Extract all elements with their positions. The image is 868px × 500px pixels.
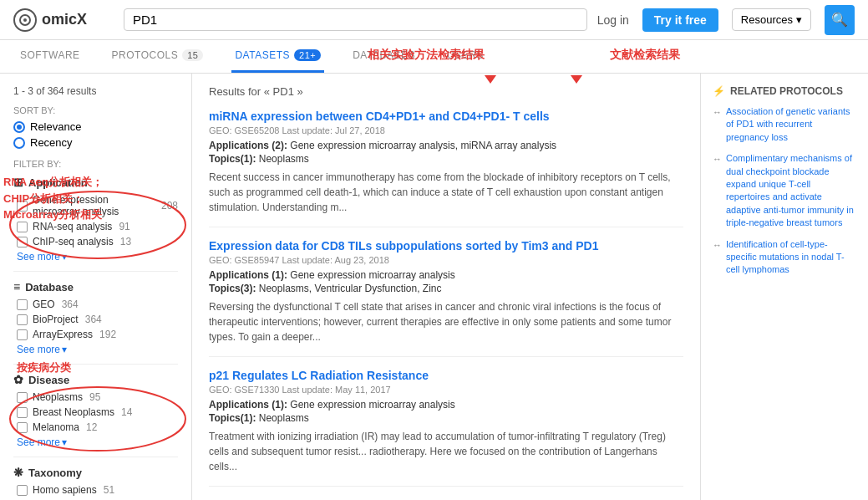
database-label: Database — [25, 281, 74, 293]
search-button[interactable]: 🔍 — [825, 5, 855, 35]
header-nav: Log in Try it free Resources ▾ 🔍 — [597, 5, 855, 35]
see-more-database[interactable]: See more ▾ — [17, 344, 178, 355]
filter-rnaseq[interactable]: RNA-seq analysis 91 — [17, 221, 178, 232]
header: omicX Log in Try it free Resources ▾ 🔍 — [0, 0, 868, 40]
left-panel: 1 - 3 of 364 results SORT BY: Relevance … — [0, 74, 192, 500]
filter-bioproject[interactable]: BioProject 364 — [17, 314, 178, 325]
filter-by-label: FILTER BY: — [13, 159, 178, 169]
tab-datasets[interactable]: DATASETS 21+ — [231, 40, 324, 73]
filter-bioproject-label: BioProject — [33, 314, 79, 325]
tabs-bar: SOFTWARE PROTOCOLS 15 DATASETS 21+ DATAB… — [0, 40, 868, 74]
database-group: ≡ Database GEO 364 BioProject 364 — [13, 280, 178, 355]
related-protocols-title: ⚡ RELATED PROTOCOLS — [713, 85, 856, 97]
application-group: ⊞ Application Gene expression microarray… — [13, 176, 178, 263]
tab-protocols-label: PROTOCOLS — [112, 49, 179, 61]
tab-software[interactable]: SOFTWARE — [17, 40, 84, 73]
result-title-3[interactable]: p21 Regulates LC Radiation Resistance — [209, 369, 683, 382]
filter-geo-count: 364 — [62, 298, 79, 310]
application-label: Application — [28, 176, 88, 189]
filter-melanoma[interactable]: Melanoma 12 — [17, 421, 178, 433]
sort-relevance-label: Relevance — [30, 120, 81, 133]
result-applications-2: Applications (1): Gene expression microa… — [209, 269, 683, 281]
checkbox-bioproject[interactable] — [17, 314, 28, 325]
right-panel: ⚡ RELATED PROTOCOLS ↔ Association of gen… — [701, 74, 868, 500]
filter-chipseq[interactable]: ChIP-seq analysis 13 — [17, 236, 178, 247]
result-meta-3: GEO: GSE71330 Last update: May 11, 2017 — [209, 385, 683, 395]
result-applications-value-1: Gene expression microarray analysis, miR… — [290, 140, 556, 151]
result-title-1[interactable]: miRNA expression between CD4+PD1+ and CD… — [209, 110, 683, 123]
radio-relevance-dot — [13, 121, 25, 133]
result-topics-value-3: Neoplasms — [259, 412, 309, 424]
related-item-1-text: Association of genetic variants of PD1 w… — [726, 105, 856, 144]
disease-icon: ✿ — [13, 373, 23, 386]
checkbox-gene-expression[interactable] — [17, 201, 28, 212]
try-free-button[interactable]: Try it free — [642, 8, 718, 32]
filter-breast-neoplasms-label: Breast Neoplasms — [33, 406, 114, 418]
see-more-disease[interactable]: See more ▾ — [17, 436, 178, 448]
taxonomy-title: ❋ Taxonomy — [13, 466, 178, 479]
filter-arrayexpress[interactable]: ArrayExpress 192 — [17, 329, 178, 340]
disease-label: Disease — [28, 374, 69, 386]
see-more-disease-label: See more — [17, 436, 60, 448]
filter-neoplasms[interactable]: Neoplasms 95 — [17, 391, 178, 403]
link-icon-3: ↔ — [713, 239, 722, 252]
result-topics-1: Topics(1): Neoplasms — [209, 153, 683, 165]
checkbox-chipseq[interactable] — [17, 237, 28, 247]
sort-recency[interactable]: Recency — [13, 136, 178, 149]
filter-neoplasms-count: 95 — [89, 391, 100, 403]
filter-geo-label: GEO — [33, 298, 55, 310]
result-topics-2: Topics(3): Neoplasms, Ventricular Dysfun… — [209, 283, 683, 294]
filter-homo-sapiens-count: 51 — [104, 484, 114, 496]
filter-melanoma-count: 12 — [86, 421, 97, 433]
checkbox-neoplasms[interactable] — [17, 392, 28, 403]
search-bar[interactable] — [124, 8, 587, 31]
filter-gene-expression-count: 208 — [161, 200, 178, 212]
related-item-3[interactable]: ↔ Identification of cell-type-specific m… — [713, 238, 856, 277]
checkbox-rnaseq[interactable] — [17, 222, 28, 232]
checkbox-breast-neoplasms[interactable] — [17, 407, 28, 418]
tab-databases[interactable]: DATABASES — [349, 40, 419, 73]
application-icon: ⊞ — [13, 176, 23, 189]
chevron-down-database: ▾ — [62, 344, 67, 355]
filter-neoplasms-label: Neoplasms — [33, 391, 83, 403]
login-link[interactable]: Log in — [597, 13, 629, 27]
result-topics-3: Topics(1): Neoplasms — [209, 412, 683, 424]
filter-rnaseq-label: RNA-seq analysis — [33, 221, 112, 232]
filter-gene-expression[interactable]: Gene expression microarray analysis 208 — [17, 194, 178, 217]
sort-relevance[interactable]: Relevance — [13, 120, 178, 133]
result-title-2[interactable]: Expression data for CD8 TILs subpopulati… — [209, 239, 683, 253]
result-card-1: miRNA expression between CD4+PD1+ and CD… — [209, 110, 683, 227]
resources-button[interactable]: Resources ▾ — [732, 8, 811, 31]
checkbox-arrayexpress[interactable] — [17, 329, 28, 340]
filter-geo[interactable]: GEO 364 — [17, 298, 178, 310]
result-topics-value-1: Neoplasms — [259, 153, 309, 165]
filter-divider-2 — [13, 364, 178, 365]
sort-section: SORT BY: Relevance Recency — [13, 105, 178, 149]
application-title: ⊞ Application — [13, 176, 178, 189]
checkbox-geo[interactable] — [17, 299, 28, 310]
related-item-3-text: Identification of cell-type-specific mut… — [726, 238, 856, 277]
radio-recency-dot — [13, 137, 25, 149]
result-applications-1: Applications (2): Gene expression microa… — [209, 140, 683, 151]
filter-homo-sapiens[interactable]: Homo sapiens 51 — [17, 484, 178, 496]
related-item-2[interactable]: ↔ Complimentary mechanisms of dual check… — [713, 152, 856, 229]
checkbox-melanoma[interactable] — [17, 422, 28, 433]
checkbox-homo-sapiens[interactable] — [17, 485, 28, 496]
tab-datasets-badge: 21+ — [294, 49, 321, 61]
tab-protocols[interactable]: PROTOCOLS 15 — [109, 40, 207, 73]
search-input[interactable] — [133, 13, 578, 27]
tab-protocols-badge: 15 — [182, 49, 203, 61]
filter-rnaseq-count: 91 — [119, 221, 129, 232]
filter-breast-neoplasms[interactable]: Breast Neoplasms 14 — [17, 406, 178, 418]
link-icon-2: ↔ — [713, 153, 722, 166]
tab-users[interactable]: USERS — [444, 40, 487, 73]
disease-group: ✿ Disease Neoplasms 95 — [13, 373, 178, 448]
main-content: 1 - 3 of 364 results SORT BY: Relevance … — [0, 74, 868, 500]
result-desc-1: Recent success in cancer immunotherapy h… — [209, 170, 683, 215]
related-item-1[interactable]: ↔ Association of genetic variants of PD1… — [713, 105, 856, 144]
search-icon: 🔍 — [831, 12, 848, 28]
filter-gene-expression-label: Gene expression microarray analysis — [33, 194, 155, 217]
related-icon: ⚡ — [713, 85, 725, 97]
chevron-down-disease: ▾ — [62, 436, 67, 448]
see-more-application[interactable]: See more ▾ — [17, 251, 178, 263]
